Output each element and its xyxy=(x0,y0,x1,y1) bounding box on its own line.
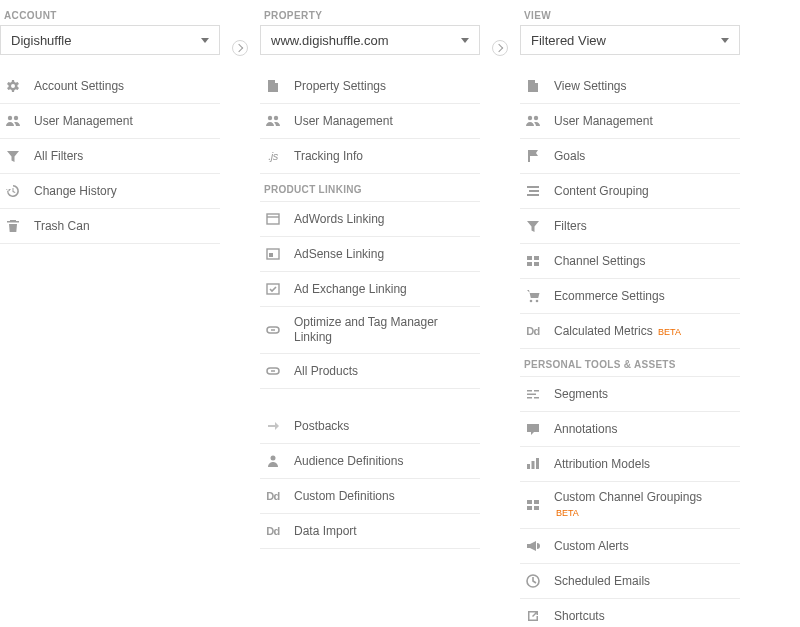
item-label: Content Grouping xyxy=(554,184,649,199)
nav-item[interactable]: AdWords Linking xyxy=(260,202,480,237)
item-icon xyxy=(524,147,542,165)
property-more-items: PostbacksAudience DefinitionsDdCustom De… xyxy=(260,409,480,549)
nav-item[interactable]: Shortcuts xyxy=(520,599,740,627)
filter-icon xyxy=(5,148,21,164)
item-label: AdWords Linking xyxy=(294,212,385,227)
nav-item[interactable]: Attribution Models xyxy=(520,447,740,482)
nav-item[interactable]: Property Settings xyxy=(260,69,480,104)
admin-columns: ACCOUNT Digishuffle Account SettingsUser… xyxy=(0,0,800,627)
nav-item[interactable]: Postbacks xyxy=(260,409,480,444)
nav-item[interactable]: Segments xyxy=(520,377,740,412)
dd-icon: Dd xyxy=(266,490,280,502)
item-label: Custom Channel Groupings BETA xyxy=(554,490,702,520)
annotation-icon xyxy=(525,421,541,437)
account-selected: Digishuffle xyxy=(11,33,71,48)
item-icon xyxy=(264,452,282,470)
connector-arrow-icon xyxy=(492,40,508,56)
item-icon xyxy=(264,362,282,380)
audience-icon xyxy=(265,453,281,469)
flag-icon xyxy=(525,148,541,164)
bars-icon xyxy=(525,456,541,472)
postbacks-icon xyxy=(265,418,281,434)
item-label: Account Settings xyxy=(34,79,124,94)
item-label: Goals xyxy=(554,149,585,164)
nav-item[interactable]: Custom Alerts xyxy=(520,529,740,564)
item-label: User Management xyxy=(34,114,133,129)
link-icon xyxy=(265,322,281,338)
adsense-icon xyxy=(265,246,281,262)
nav-item[interactable]: View Settings xyxy=(520,69,740,104)
view-selected: Filtered View xyxy=(531,33,606,48)
item-icon xyxy=(524,252,542,270)
item-icon xyxy=(524,182,542,200)
item-icon xyxy=(524,455,542,473)
nav-item[interactable]: Scheduled Emails xyxy=(520,564,740,599)
beta-badge: BETA xyxy=(658,327,681,337)
item-label: Postbacks xyxy=(294,419,349,434)
nav-item[interactable]: All Filters xyxy=(0,139,220,174)
nav-item[interactable]: Channel Settings xyxy=(520,244,740,279)
nav-item[interactable]: AdSense Linking xyxy=(260,237,480,272)
history-icon xyxy=(5,183,21,199)
item-label: Trash Can xyxy=(34,219,90,234)
nav-item[interactable]: DdData Import xyxy=(260,514,480,549)
item-label: Segments xyxy=(554,387,608,402)
nav-item[interactable]: DdCustom Definitions xyxy=(260,479,480,514)
nav-item[interactable]: User Management xyxy=(0,104,220,139)
nav-item[interactable]: Custom Channel Groupings BETA xyxy=(520,482,740,529)
caret-down-icon xyxy=(721,38,729,43)
item-icon xyxy=(524,496,542,514)
nav-item[interactable]: Change History xyxy=(0,174,220,209)
nav-item[interactable]: User Management xyxy=(520,104,740,139)
nav-item[interactable]: Ecommerce Settings xyxy=(520,279,740,314)
item-label: Property Settings xyxy=(294,79,386,94)
item-icon xyxy=(524,77,542,95)
segments-icon xyxy=(525,386,541,402)
item-icon xyxy=(524,217,542,235)
item-icon xyxy=(264,210,282,228)
nav-item[interactable]: Account Settings xyxy=(0,69,220,104)
nav-item[interactable]: Optimize and Tag Manager Linking xyxy=(260,307,480,354)
channel-icon xyxy=(525,253,541,269)
nav-item[interactable]: Content Grouping xyxy=(520,174,740,209)
nav-item[interactable]: User Management xyxy=(260,104,480,139)
property-column: PROPERTY www.digishuffle.com Property Se… xyxy=(260,10,480,549)
view-header: VIEW xyxy=(524,10,740,21)
nav-item[interactable]: Goals xyxy=(520,139,740,174)
trash-icon xyxy=(5,218,21,234)
item-icon xyxy=(4,182,22,200)
item-label: All Filters xyxy=(34,149,83,164)
nav-item[interactable]: DdCalculated Metrics BETA xyxy=(520,314,740,349)
nav-item[interactable]: Annotations xyxy=(520,412,740,447)
beta-badge: BETA xyxy=(556,508,579,518)
js-icon: .js xyxy=(268,150,278,162)
dd-icon: Dd xyxy=(526,325,540,337)
nav-item[interactable]: Audience Definitions xyxy=(260,444,480,479)
item-icon: .js xyxy=(264,147,282,165)
product-linking-header: PRODUCT LINKING xyxy=(260,174,480,202)
nav-item[interactable]: Trash Can xyxy=(0,209,220,244)
item-label: Audience Definitions xyxy=(294,454,403,469)
property-selected: www.digishuffle.com xyxy=(271,33,389,48)
view-column: VIEW Filtered View View SettingsUser Man… xyxy=(520,10,740,627)
nav-item[interactable]: Ad Exchange Linking xyxy=(260,272,480,307)
users-icon xyxy=(5,113,21,129)
nav-item[interactable]: All Products xyxy=(260,354,480,389)
property-selector[interactable]: www.digishuffle.com xyxy=(260,25,480,55)
users-icon xyxy=(265,113,281,129)
item-icon xyxy=(524,537,542,555)
item-icon xyxy=(4,77,22,95)
shortcut-icon xyxy=(525,608,541,624)
item-label: View Settings xyxy=(554,79,627,94)
view-items: View SettingsUser ManagementGoalsContent… xyxy=(520,69,740,349)
filter-icon xyxy=(525,218,541,234)
item-label: Ad Exchange Linking xyxy=(294,282,407,297)
nav-item[interactable]: .jsTracking Info xyxy=(260,139,480,174)
nav-item[interactable]: Filters xyxy=(520,209,740,244)
item-label: User Management xyxy=(554,114,653,129)
account-selector[interactable]: Digishuffle xyxy=(0,25,220,55)
item-label: Optimize and Tag Manager Linking xyxy=(294,315,476,345)
connector-arrow-icon xyxy=(232,40,248,56)
content-icon xyxy=(525,183,541,199)
view-selector[interactable]: Filtered View xyxy=(520,25,740,55)
